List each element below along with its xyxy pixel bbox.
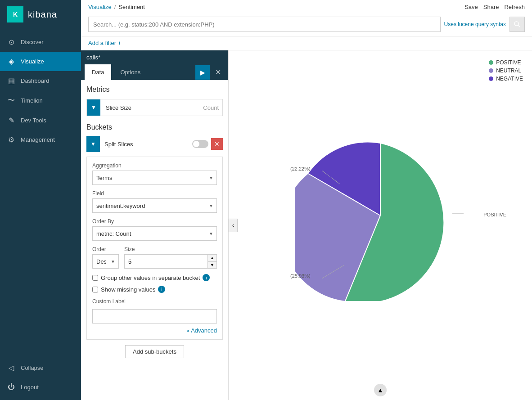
custom-label-input[interactable] xyxy=(92,309,217,324)
order-group: Order Descenc Ascend ▼ xyxy=(92,246,119,269)
sidebar-item-timelion[interactable]: 〜 Timelion xyxy=(0,90,81,111)
breadcrumb: Visualize / Sentiment xyxy=(88,4,145,10)
pie-label-22: (22.22%) xyxy=(290,166,311,171)
topbar-breadcrumb-row: Visualize / Sentiment Save Share Refresh xyxy=(81,0,532,14)
aggregation-select[interactable]: Terms Filters Date Histogram xyxy=(92,171,217,185)
viz-panel: ‹ POSITIVE NEUTRAL NEGATIVE xyxy=(229,50,532,400)
lucene-link[interactable]: Uses lucene query syntax xyxy=(444,21,506,27)
sidebar-item-dashboard[interactable]: ▦ Dashboard xyxy=(0,71,81,90)
positive-dot xyxy=(489,60,493,65)
size-up-button[interactable]: ▲ xyxy=(208,255,216,262)
order-select[interactable]: Descenc Ascend xyxy=(92,254,119,269)
custom-label-section: Custom Label xyxy=(92,298,217,324)
slice-size-type: Count xyxy=(203,104,222,111)
order-select-wrap: Descenc Ascend ▼ xyxy=(92,254,119,269)
topbar: Visualize / Sentiment Save Share Refresh… xyxy=(81,0,532,50)
delete-bucket-button[interactable]: ✕ xyxy=(211,138,223,150)
run-button[interactable]: ▶ xyxy=(195,65,210,80)
sidebar-item-label-visualize: Visualize xyxy=(21,58,44,65)
field-field-group: Field sentiment.keyword ▼ xyxy=(92,190,217,213)
share-button[interactable]: Share xyxy=(483,4,499,10)
aggregation-field-group: Aggregation Terms Filters Date Histogram… xyxy=(92,162,217,185)
legend-item-negative[interactable]: NEGATIVE xyxy=(489,76,523,82)
search-icon xyxy=(514,21,520,27)
field-select-wrap: sentiment.keyword ▼ xyxy=(92,198,217,213)
order-by-label: Order By xyxy=(92,218,217,225)
order-by-select-wrap: metric: Count ▼ xyxy=(92,226,217,241)
legend-item-neutral[interactable]: NEUTRAL xyxy=(489,67,523,74)
group-other-row: Group other values in separate bucket i xyxy=(92,274,217,281)
viz-content: POSITIVE NEUTRAL NEGATIVE xyxy=(229,50,532,380)
add-filter-button[interactable]: Add a filter + xyxy=(88,40,121,46)
show-missing-label[interactable]: Show missing values xyxy=(101,286,155,293)
legend-label-positive: POSITIVE xyxy=(496,59,521,66)
pie-label-25: (25.93%) xyxy=(290,273,311,279)
search-input[interactable] xyxy=(93,21,436,28)
split-slices-expand-button[interactable]: ▼ xyxy=(86,136,100,152)
content-area: calls* Data Options ▶ ✕ Metrics ▼ Slice … xyxy=(81,50,532,400)
search-button[interactable] xyxy=(509,17,525,32)
split-slices-toggle[interactable] xyxy=(192,140,208,148)
sidebar-item-label-collapse: Collapse xyxy=(21,364,44,371)
tab-data[interactable]: Data xyxy=(85,64,111,80)
refresh-button[interactable]: Refresh xyxy=(504,4,525,10)
field-label: Field xyxy=(92,190,217,197)
size-down-button[interactable]: ▼ xyxy=(208,262,216,269)
pie-chart-wrap: (22.22%) (25.93%) POSITIVE xyxy=(295,130,466,301)
viz-scroll-button[interactable]: ▲ xyxy=(374,384,387,396)
order-by-select[interactable]: metric: Count xyxy=(92,226,217,241)
size-input[interactable] xyxy=(125,255,207,268)
sidebar-item-label-timelion: Timelion xyxy=(21,97,43,104)
order-size-row: Order Descenc Ascend ▼ S xyxy=(92,246,217,269)
sidebar-bottom: ◁ Collapse ⏻ Logout xyxy=(0,358,81,400)
tab-options[interactable]: Options xyxy=(113,64,148,80)
viz-collapse-button[interactable]: ‹ xyxy=(229,219,238,232)
sidebar-item-visualize[interactable]: ◈ Visualize xyxy=(0,52,81,71)
close-tab-button[interactable]: ✕ xyxy=(212,66,225,78)
split-slices-row: ▼ Split Slices ✕ xyxy=(86,136,223,152)
search-input-wrap xyxy=(88,17,441,32)
sidebar-item-devtools[interactable]: ✎ Dev Tools xyxy=(0,111,81,130)
visualize-icon: ◈ xyxy=(7,57,15,66)
kibana-logo-text: kibana xyxy=(28,9,57,20)
sidebar-item-label-management: Management xyxy=(21,136,55,143)
buckets-title: Buckets xyxy=(86,123,223,131)
slice-size-label: Slice Size xyxy=(100,104,203,111)
discover-icon: ⊙ xyxy=(7,38,15,46)
bucket-content: Aggregation Terms Filters Date Histogram… xyxy=(86,157,223,340)
kibana-logo-box: K xyxy=(7,6,23,22)
add-subbuckets-wrap: Add sub-buckets xyxy=(86,345,223,365)
group-other-checkbox[interactable] xyxy=(92,275,98,281)
sidebar-item-management[interactable]: ⚙ Management xyxy=(0,130,81,149)
topbar-actions: Save Share Refresh xyxy=(464,4,525,10)
sidebar-item-label-dashboard: Dashboard xyxy=(21,77,50,84)
order-label: Order xyxy=(92,246,119,252)
sidebar-item-discover[interactable]: ⊙ Discover xyxy=(0,32,81,52)
aggregation-select-wrap: Terms Filters Date Histogram ▼ xyxy=(92,171,217,185)
viz-bottom: ▲ xyxy=(229,380,532,400)
slice-size-expand-button[interactable]: ▼ xyxy=(87,99,100,116)
show-missing-checkbox[interactable] xyxy=(92,287,98,292)
legend-item-positive[interactable]: POSITIVE xyxy=(489,59,523,66)
bucket-controls: ✕ xyxy=(192,138,223,150)
sidebar-item-collapse[interactable]: ◁ Collapse xyxy=(0,358,81,378)
filter-bar: Add a filter + xyxy=(81,36,532,50)
advanced-link-wrap: « Advanced xyxy=(92,327,217,334)
management-icon: ⚙ xyxy=(7,135,15,144)
group-other-label[interactable]: Group other values in separate bucket xyxy=(101,274,200,281)
group-other-info-icon[interactable]: i xyxy=(203,274,210,281)
devtools-icon: ✎ xyxy=(7,116,15,125)
custom-label-title: Custom Label xyxy=(92,298,217,305)
neutral-dot xyxy=(489,68,493,73)
advanced-button[interactable]: « Advanced xyxy=(186,327,217,334)
size-spinners: ▲ ▼ xyxy=(207,255,216,268)
show-missing-info-icon[interactable]: i xyxy=(158,286,165,293)
save-button[interactable]: Save xyxy=(464,4,478,10)
add-subbuckets-button[interactable]: Add sub-buckets xyxy=(125,345,184,358)
breadcrumb-visualize-link[interactable]: Visualize xyxy=(88,4,112,10)
collapse-icon: ◁ xyxy=(7,364,15,372)
field-select[interactable]: sentiment.keyword xyxy=(92,198,217,213)
dashboard-icon: ▦ xyxy=(7,76,15,85)
show-missing-row: Show missing values i xyxy=(92,286,217,293)
sidebar-item-logout[interactable]: ⏻ Logout xyxy=(0,378,81,396)
